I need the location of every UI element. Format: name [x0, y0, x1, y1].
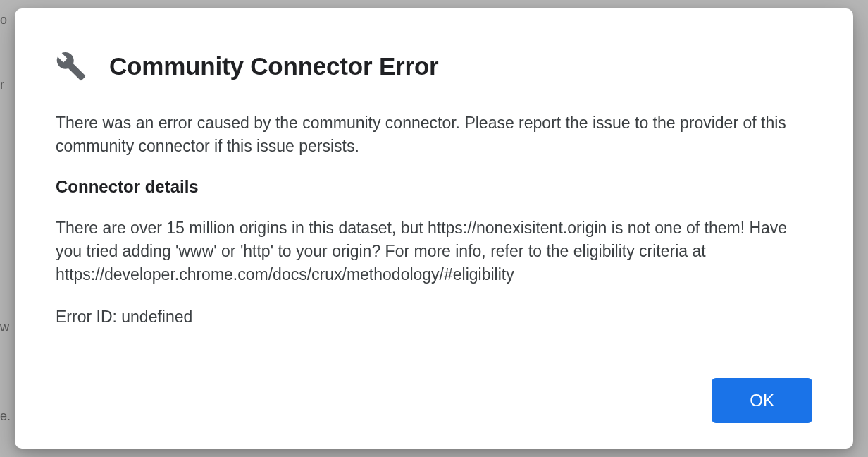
dialog-body: There was an error caused by the communi…: [56, 111, 812, 329]
dialog-title: Community Connector Error: [109, 52, 439, 80]
ok-button[interactable]: OK: [712, 378, 812, 423]
modal-scrim: Community Connector Error There was an e…: [0, 0, 868, 457]
dialog-intro-text: There was an error caused by the communi…: [56, 111, 812, 157]
wrench-icon: [56, 51, 87, 82]
dialog-footer: OK: [56, 378, 812, 423]
error-dialog: Community Connector Error There was an e…: [15, 8, 853, 449]
connector-details-heading: Connector details: [56, 177, 812, 197]
dialog-header: Community Connector Error: [56, 51, 812, 82]
connector-details-body: There are over 15 million origins in thi…: [56, 217, 812, 286]
error-id-line: Error ID: undefined: [56, 305, 812, 329]
